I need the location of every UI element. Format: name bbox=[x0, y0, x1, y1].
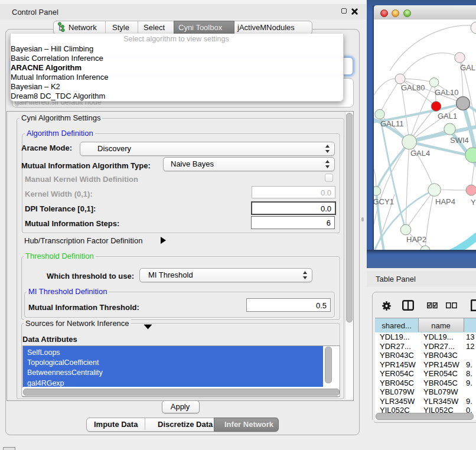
svg-text:HAP4: HAP4 bbox=[435, 197, 455, 206]
svg-text:GCY1: GCY1 bbox=[374, 197, 394, 206]
svg-text:GAL1: GAL1 bbox=[438, 112, 457, 120]
svg-text:SWI4: SWI4 bbox=[450, 136, 469, 145]
svg-text:GAL10: GAL10 bbox=[435, 88, 458, 97]
svg-text:GAL7: GAL7 bbox=[460, 63, 476, 72]
svg-text:GAL80: GAL80 bbox=[401, 83, 425, 92]
svg-text:Y: Y bbox=[471, 198, 476, 207]
svg-text:HAP2: HAP2 bbox=[406, 235, 426, 244]
svg-text:GAL4: GAL4 bbox=[410, 149, 430, 158]
svg-text:GAL11: GAL11 bbox=[380, 119, 404, 128]
